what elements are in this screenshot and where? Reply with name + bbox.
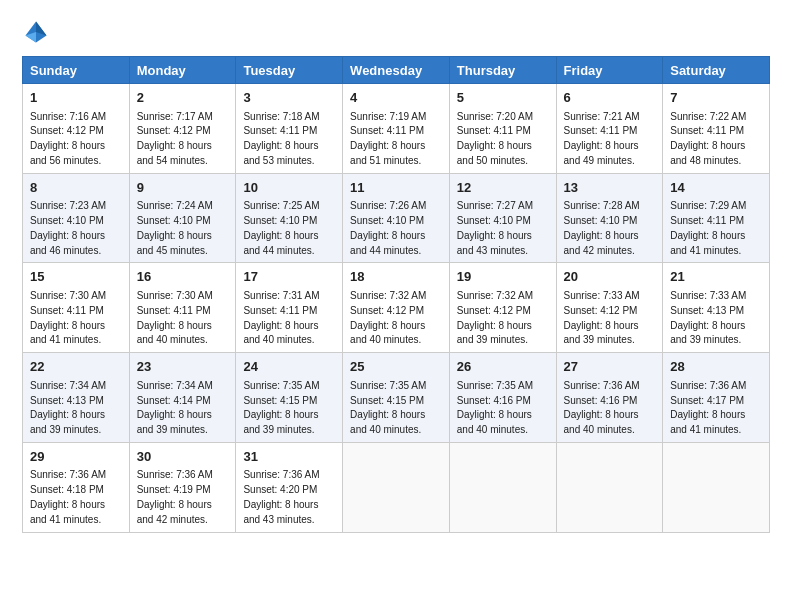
day-detail: Sunrise: 7:24 AMSunset: 4:10 PMDaylight:…	[137, 200, 213, 255]
day-number: 15	[30, 268, 122, 286]
calendar-day-cell: 8 Sunrise: 7:23 AMSunset: 4:10 PMDayligh…	[23, 173, 130, 263]
calendar-day-cell: 11 Sunrise: 7:26 AMSunset: 4:10 PMDaylig…	[343, 173, 450, 263]
day-detail: Sunrise: 7:18 AMSunset: 4:11 PMDaylight:…	[243, 111, 319, 166]
day-number: 13	[564, 179, 656, 197]
calendar-body: 1 Sunrise: 7:16 AMSunset: 4:12 PMDayligh…	[23, 84, 770, 533]
calendar-day-cell: 4 Sunrise: 7:19 AMSunset: 4:11 PMDayligh…	[343, 84, 450, 174]
calendar-week-row: 29 Sunrise: 7:36 AMSunset: 4:18 PMDaylig…	[23, 442, 770, 532]
day-detail: Sunrise: 7:22 AMSunset: 4:11 PMDaylight:…	[670, 111, 746, 166]
calendar-day-cell: 21 Sunrise: 7:33 AMSunset: 4:13 PMDaylig…	[663, 263, 770, 353]
day-number: 30	[137, 448, 229, 466]
day-detail: Sunrise: 7:17 AMSunset: 4:12 PMDaylight:…	[137, 111, 213, 166]
calendar-day-cell: 1 Sunrise: 7:16 AMSunset: 4:12 PMDayligh…	[23, 84, 130, 174]
calendar-col-header: Sunday	[23, 57, 130, 84]
logo	[22, 18, 54, 46]
day-number: 6	[564, 89, 656, 107]
day-number: 5	[457, 89, 549, 107]
day-detail: Sunrise: 7:34 AMSunset: 4:13 PMDaylight:…	[30, 380, 106, 435]
calendar-week-row: 1 Sunrise: 7:16 AMSunset: 4:12 PMDayligh…	[23, 84, 770, 174]
calendar-empty-cell	[449, 442, 556, 532]
day-number: 29	[30, 448, 122, 466]
calendar-day-cell: 26 Sunrise: 7:35 AMSunset: 4:16 PMDaylig…	[449, 353, 556, 443]
day-detail: Sunrise: 7:21 AMSunset: 4:11 PMDaylight:…	[564, 111, 640, 166]
calendar-day-cell: 7 Sunrise: 7:22 AMSunset: 4:11 PMDayligh…	[663, 84, 770, 174]
day-number: 23	[137, 358, 229, 376]
day-detail: Sunrise: 7:35 AMSunset: 4:15 PMDaylight:…	[350, 380, 426, 435]
day-detail: Sunrise: 7:36 AMSunset: 4:18 PMDaylight:…	[30, 469, 106, 524]
day-number: 9	[137, 179, 229, 197]
day-number: 22	[30, 358, 122, 376]
day-detail: Sunrise: 7:26 AMSunset: 4:10 PMDaylight:…	[350, 200, 426, 255]
calendar-day-cell: 15 Sunrise: 7:30 AMSunset: 4:11 PMDaylig…	[23, 263, 130, 353]
day-number: 21	[670, 268, 762, 286]
header	[22, 18, 770, 46]
day-number: 14	[670, 179, 762, 197]
calendar-col-header: Thursday	[449, 57, 556, 84]
calendar-day-cell: 9 Sunrise: 7:24 AMSunset: 4:10 PMDayligh…	[129, 173, 236, 263]
day-number: 12	[457, 179, 549, 197]
day-detail: Sunrise: 7:32 AMSunset: 4:12 PMDaylight:…	[457, 290, 533, 345]
day-detail: Sunrise: 7:36 AMSunset: 4:20 PMDaylight:…	[243, 469, 319, 524]
day-detail: Sunrise: 7:36 AMSunset: 4:19 PMDaylight:…	[137, 469, 213, 524]
day-detail: Sunrise: 7:36 AMSunset: 4:17 PMDaylight:…	[670, 380, 746, 435]
calendar-week-row: 22 Sunrise: 7:34 AMSunset: 4:13 PMDaylig…	[23, 353, 770, 443]
calendar-col-header: Tuesday	[236, 57, 343, 84]
calendar-day-cell: 27 Sunrise: 7:36 AMSunset: 4:16 PMDaylig…	[556, 353, 663, 443]
day-number: 10	[243, 179, 335, 197]
day-number: 7	[670, 89, 762, 107]
calendar-day-cell: 25 Sunrise: 7:35 AMSunset: 4:15 PMDaylig…	[343, 353, 450, 443]
calendar-day-cell: 17 Sunrise: 7:31 AMSunset: 4:11 PMDaylig…	[236, 263, 343, 353]
day-detail: Sunrise: 7:29 AMSunset: 4:11 PMDaylight:…	[670, 200, 746, 255]
calendar-week-row: 8 Sunrise: 7:23 AMSunset: 4:10 PMDayligh…	[23, 173, 770, 263]
day-detail: Sunrise: 7:35 AMSunset: 4:15 PMDaylight:…	[243, 380, 319, 435]
calendar-col-header: Monday	[129, 57, 236, 84]
day-number: 17	[243, 268, 335, 286]
day-number: 26	[457, 358, 549, 376]
calendar-day-cell: 28 Sunrise: 7:36 AMSunset: 4:17 PMDaylig…	[663, 353, 770, 443]
day-number: 19	[457, 268, 549, 286]
day-detail: Sunrise: 7:23 AMSunset: 4:10 PMDaylight:…	[30, 200, 106, 255]
day-detail: Sunrise: 7:34 AMSunset: 4:14 PMDaylight:…	[137, 380, 213, 435]
day-number: 8	[30, 179, 122, 197]
calendar-day-cell: 30 Sunrise: 7:36 AMSunset: 4:19 PMDaylig…	[129, 442, 236, 532]
calendar-day-cell: 31 Sunrise: 7:36 AMSunset: 4:20 PMDaylig…	[236, 442, 343, 532]
day-number: 27	[564, 358, 656, 376]
calendar-day-cell: 6 Sunrise: 7:21 AMSunset: 4:11 PMDayligh…	[556, 84, 663, 174]
day-number: 31	[243, 448, 335, 466]
day-detail: Sunrise: 7:20 AMSunset: 4:11 PMDaylight:…	[457, 111, 533, 166]
day-number: 3	[243, 89, 335, 107]
day-number: 18	[350, 268, 442, 286]
day-detail: Sunrise: 7:36 AMSunset: 4:16 PMDaylight:…	[564, 380, 640, 435]
day-detail: Sunrise: 7:16 AMSunset: 4:12 PMDaylight:…	[30, 111, 106, 166]
calendar-day-cell: 5 Sunrise: 7:20 AMSunset: 4:11 PMDayligh…	[449, 84, 556, 174]
calendar-col-header: Saturday	[663, 57, 770, 84]
day-number: 25	[350, 358, 442, 376]
calendar-header-row: SundayMondayTuesdayWednesdayThursdayFrid…	[23, 57, 770, 84]
day-detail: Sunrise: 7:30 AMSunset: 4:11 PMDaylight:…	[30, 290, 106, 345]
day-number: 24	[243, 358, 335, 376]
calendar-day-cell: 19 Sunrise: 7:32 AMSunset: 4:12 PMDaylig…	[449, 263, 556, 353]
day-number: 4	[350, 89, 442, 107]
calendar-empty-cell	[663, 442, 770, 532]
day-detail: Sunrise: 7:27 AMSunset: 4:10 PMDaylight:…	[457, 200, 533, 255]
day-number: 16	[137, 268, 229, 286]
calendar-day-cell: 12 Sunrise: 7:27 AMSunset: 4:10 PMDaylig…	[449, 173, 556, 263]
calendar-empty-cell	[343, 442, 450, 532]
day-detail: Sunrise: 7:19 AMSunset: 4:11 PMDaylight:…	[350, 111, 426, 166]
calendar-day-cell: 20 Sunrise: 7:33 AMSunset: 4:12 PMDaylig…	[556, 263, 663, 353]
calendar-day-cell: 23 Sunrise: 7:34 AMSunset: 4:14 PMDaylig…	[129, 353, 236, 443]
day-number: 2	[137, 89, 229, 107]
calendar-day-cell: 14 Sunrise: 7:29 AMSunset: 4:11 PMDaylig…	[663, 173, 770, 263]
day-number: 28	[670, 358, 762, 376]
day-detail: Sunrise: 7:31 AMSunset: 4:11 PMDaylight:…	[243, 290, 319, 345]
calendar-col-header: Wednesday	[343, 57, 450, 84]
day-number: 1	[30, 89, 122, 107]
calendar-day-cell: 16 Sunrise: 7:30 AMSunset: 4:11 PMDaylig…	[129, 263, 236, 353]
day-number: 20	[564, 268, 656, 286]
day-detail: Sunrise: 7:30 AMSunset: 4:11 PMDaylight:…	[137, 290, 213, 345]
calendar-day-cell: 29 Sunrise: 7:36 AMSunset: 4:18 PMDaylig…	[23, 442, 130, 532]
logo-icon	[22, 18, 50, 46]
day-detail: Sunrise: 7:28 AMSunset: 4:10 PMDaylight:…	[564, 200, 640, 255]
calendar-day-cell: 18 Sunrise: 7:32 AMSunset: 4:12 PMDaylig…	[343, 263, 450, 353]
calendar-table: SundayMondayTuesdayWednesdayThursdayFrid…	[22, 56, 770, 533]
